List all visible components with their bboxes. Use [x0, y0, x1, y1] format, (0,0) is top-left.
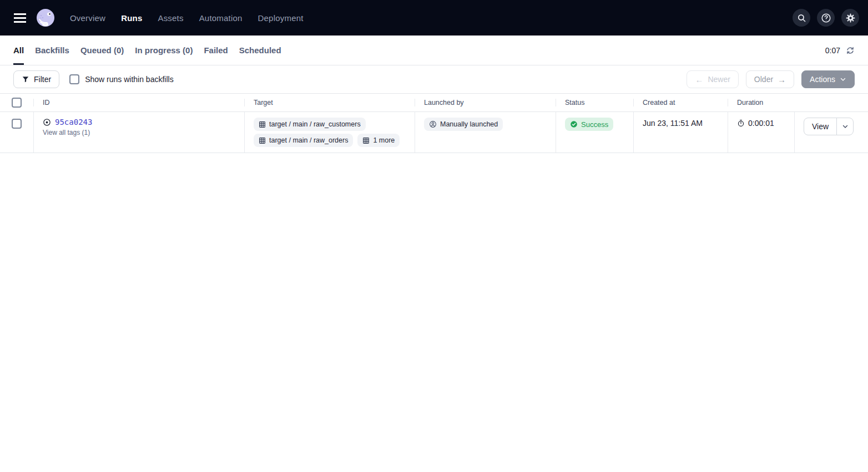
- refresh-countdown: 0:07: [825, 46, 840, 55]
- help-icon[interactable]: [817, 9, 835, 27]
- nav-link-overview[interactable]: Overview: [70, 13, 105, 23]
- target-tag-label: target / main / raw_customers: [269, 120, 361, 128]
- funnel-icon: [22, 75, 29, 83]
- table-grid-icon: [362, 137, 370, 144]
- navbar-actions: [793, 9, 859, 27]
- actions-button-label: Actions: [810, 75, 835, 84]
- actions-button[interactable]: Actions: [801, 70, 855, 88]
- column-header-status: Status: [556, 99, 633, 106]
- duration-value: 0:00:01: [737, 118, 774, 128]
- settings-icon[interactable]: [841, 9, 859, 27]
- tab-all[interactable]: All: [13, 35, 24, 65]
- show-runs-within-backfills-label[interactable]: Show runs within backfills: [85, 75, 174, 84]
- view-all-tags-link[interactable]: View all tags (1): [43, 129, 92, 136]
- view-split-button: View: [804, 118, 854, 135]
- runs-table: ID Target Launched by Status Created at …: [0, 93, 868, 153]
- tab-in-progress[interactable]: In progress (0): [135, 35, 193, 65]
- runs-tabs-bar: All Backfills Queued (0) In progress (0)…: [0, 35, 868, 65]
- timer-icon: [737, 119, 745, 127]
- target-tag[interactable]: target / main / raw_orders: [254, 134, 353, 147]
- select-all-checkbox[interactable]: [12, 98, 22, 108]
- table-row: 95ca0243 View all tags (1) target / main…: [0, 112, 868, 153]
- table-header-row: ID Target Launched by Status Created at …: [0, 93, 868, 112]
- tab-queued[interactable]: Queued (0): [80, 35, 124, 65]
- target-more-label: 1 more: [373, 136, 395, 144]
- run-target-icon: [43, 118, 51, 126]
- older-button[interactable]: Older →: [746, 70, 794, 88]
- status-label: Success: [581, 120, 608, 129]
- nav-link-automation[interactable]: Automation: [199, 13, 243, 23]
- nav-link-runs[interactable]: Runs: [121, 13, 142, 23]
- newer-button[interactable]: ← Newer: [687, 70, 738, 88]
- column-header-launched-by: Launched by: [415, 99, 556, 106]
- nav-link-assets[interactable]: Assets: [158, 13, 183, 23]
- filter-button-label: Filter: [34, 75, 51, 84]
- target-tag[interactable]: target / main / raw_customers: [254, 118, 366, 131]
- target-more-tag[interactable]: 1 more: [357, 134, 400, 147]
- search-icon[interactable]: [793, 9, 810, 27]
- column-header-created-at: Created at: [633, 99, 728, 106]
- tab-backfills[interactable]: Backfills: [35, 35, 69, 65]
- column-header-target: Target: [244, 99, 415, 106]
- arrow-right-icon: →: [778, 75, 786, 84]
- nav-link-deployment[interactable]: Deployment: [258, 13, 304, 23]
- launched-by-tag[interactable]: Manually launched: [424, 118, 503, 131]
- target-tag-label: target / main / raw_orders: [269, 136, 348, 144]
- top-navbar: Overview Runs Assets Automation Deployme…: [0, 0, 868, 35]
- older-button-label: Older: [754, 75, 773, 84]
- created-at-value: Jun 23, 11:51 AM: [643, 118, 703, 128]
- table-grid-icon: [259, 121, 266, 128]
- view-button[interactable]: View: [804, 118, 836, 135]
- runs-toolbar: Filter Show runs within backfills ← Newe…: [0, 65, 868, 93]
- main-nav: Overview Runs Assets Automation Deployme…: [70, 13, 304, 23]
- tab-scheduled[interactable]: Scheduled: [239, 35, 281, 65]
- column-header-id: ID: [33, 99, 244, 106]
- launched-by-label: Manually launched: [440, 120, 498, 128]
- column-header-duration: Duration: [728, 99, 794, 106]
- dagster-logo-icon[interactable]: [34, 7, 57, 29]
- chevron-down-icon: [842, 123, 849, 130]
- view-dropdown-caret[interactable]: [836, 118, 853, 135]
- show-runs-within-backfills-checkbox[interactable]: [69, 74, 79, 84]
- runs-tabs: All Backfills Queued (0) In progress (0)…: [13, 35, 281, 65]
- duration-label: 0:00:01: [748, 119, 774, 128]
- refresh-icon[interactable]: [846, 46, 855, 55]
- hamburger-menu-icon[interactable]: [10, 8, 30, 28]
- run-id-link[interactable]: 95ca0243: [55, 118, 92, 126]
- row-checkbox[interactable]: [12, 119, 22, 129]
- user-circle-icon: [429, 120, 437, 128]
- newer-button-label: Newer: [708, 75, 730, 84]
- table-grid-icon: [259, 137, 266, 144]
- check-circle-icon: [570, 120, 578, 128]
- arrow-left-icon: ←: [695, 75, 703, 84]
- filter-button[interactable]: Filter: [13, 70, 59, 88]
- tab-failed[interactable]: Failed: [204, 35, 228, 65]
- status-badge: Success: [565, 118, 613, 131]
- chevron-down-icon: [840, 76, 846, 83]
